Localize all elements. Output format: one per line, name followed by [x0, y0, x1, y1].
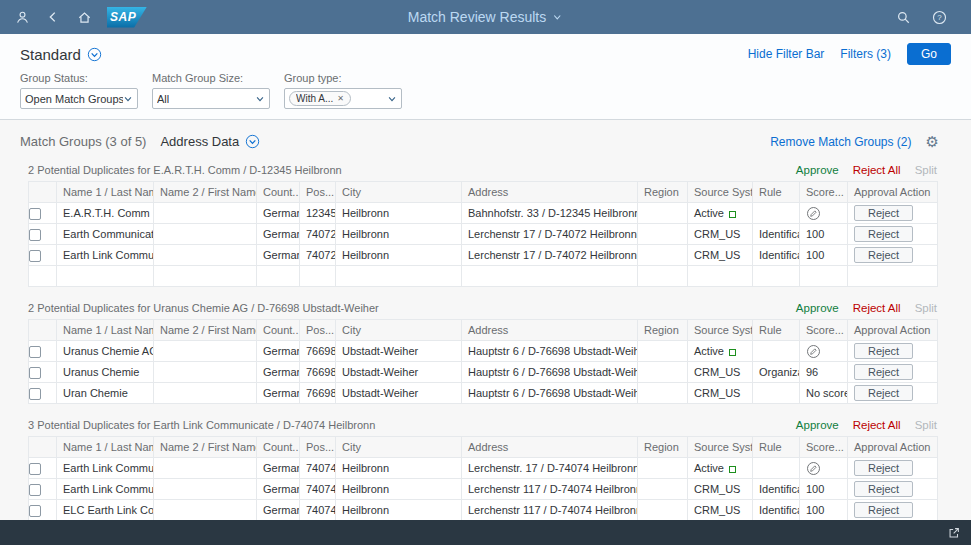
empty-cell	[154, 266, 257, 287]
filter-label: Match Group Size:	[152, 72, 270, 84]
score-edit-icon	[806, 344, 821, 359]
row-checkbox[interactable]	[29, 250, 41, 262]
home-icon[interactable]	[76, 9, 92, 25]
filters-link[interactable]: Filters (3)	[840, 47, 891, 61]
reject-all-link[interactable]: Reject All	[853, 419, 901, 431]
chevron-down-icon	[387, 94, 397, 104]
column-header: Name 2 / First Name	[154, 320, 257, 341]
reject-all-link[interactable]: Reject All	[853, 164, 901, 176]
sap-logo[interactable]: SAP	[107, 7, 147, 28]
column-header: Address	[462, 182, 638, 203]
empty-row	[29, 266, 938, 287]
column-header: Address	[462, 320, 638, 341]
approve-link[interactable]: Approve	[796, 302, 839, 314]
row-checkbox[interactable]	[29, 208, 41, 220]
cell-name2	[154, 224, 257, 245]
reject-button[interactable]: Reject	[854, 205, 913, 221]
column-header: Score...	[800, 320, 848, 341]
page-title: Match Review Results	[408, 9, 547, 25]
row-checkbox[interactable]	[29, 229, 41, 241]
row-checkbox[interactable]	[29, 484, 41, 496]
reject-all-link[interactable]: Reject All	[853, 302, 901, 314]
cell-source-system: CRM_US	[688, 500, 753, 521]
cell-name1: Earth Link Communicate	[57, 458, 154, 479]
reject-button[interactable]: Reject	[854, 226, 913, 242]
reject-button[interactable]: Reject	[854, 502, 913, 518]
match-review-app: SAP Match Review Results ? Standard	[0, 0, 971, 545]
row-checkbox[interactable]	[29, 505, 41, 517]
cell-country: Germany	[257, 224, 300, 245]
cell-name1: Uranus Chemie AG	[57, 341, 154, 362]
table-row: E.A.R.T.H. CommGermany12345HeilbronnBahn…	[29, 203, 938, 224]
cell-source-system: Active	[688, 203, 753, 224]
row-checkbox[interactable]	[29, 346, 41, 358]
column-header: Address	[462, 437, 638, 458]
cell-source-system: CRM_US	[688, 245, 753, 266]
reject-button[interactable]: Reject	[854, 364, 913, 380]
token-remove-icon[interactable]: ✕	[337, 94, 344, 103]
column-header: Pos...	[300, 320, 336, 341]
chevron-down-circle-icon	[87, 47, 102, 62]
reject-button[interactable]: Reject	[854, 247, 913, 263]
row-checkbox[interactable]	[29, 367, 41, 379]
settings-gear-icon[interactable]: ⚙	[926, 134, 939, 149]
cell-city: Heilbronn	[336, 458, 462, 479]
footer-bar	[0, 520, 971, 545]
cell-country: Germany	[257, 458, 300, 479]
back-icon[interactable]	[45, 9, 61, 25]
page-title-menu[interactable]: Match Review Results	[408, 0, 564, 34]
reject-button[interactable]: Reject	[854, 343, 913, 359]
content-area: Match Groups (3 of 5) Address Data Remov…	[0, 120, 971, 542]
group-status-select[interactable]: Open Match Groups	[20, 88, 138, 109]
column-header: Source Syst...	[688, 320, 753, 341]
match-group-size-select[interactable]: All	[152, 88, 270, 109]
token-text: With A...	[296, 93, 333, 104]
duplicates-table: Name 1 / Last NameName 2 / First NameCou…	[28, 319, 938, 404]
approve-link[interactable]: Approve	[796, 419, 839, 431]
user-icon[interactable]	[14, 9, 30, 25]
empty-cell	[57, 266, 154, 287]
cell-rule: Identificat	[753, 500, 800, 521]
hide-filter-bar-link[interactable]: Hide Filter Bar	[748, 47, 825, 61]
cell-country: Germany	[257, 500, 300, 521]
select-cell	[29, 245, 57, 266]
group-type-select[interactable]: With A... ✕	[284, 88, 402, 109]
row-checkbox[interactable]	[29, 388, 41, 400]
select-column-header	[29, 437, 57, 458]
search-icon[interactable]	[895, 9, 911, 25]
cell-region	[638, 479, 688, 500]
match-group: 2 Potential Duplicates for E.A.R.T.H. Co…	[28, 159, 937, 287]
view-selector[interactable]: Address Data	[160, 134, 260, 149]
reject-button[interactable]: Reject	[854, 460, 913, 476]
variant-selector[interactable]: Standard	[20, 46, 102, 63]
filter-field-match-group-size: Match Group Size: All	[152, 72, 270, 109]
column-header: Region	[638, 182, 688, 203]
cell-city: Ubstadt-Weiher	[336, 383, 462, 404]
cell-approval-action: Reject	[848, 362, 938, 383]
reject-button[interactable]: Reject	[854, 481, 913, 497]
go-button[interactable]: Go	[907, 43, 951, 65]
column-header: City	[336, 437, 462, 458]
open-in-new-window-icon[interactable]	[947, 526, 961, 540]
cell-rule: Identificat	[753, 245, 800, 266]
chevron-down-icon	[123, 94, 133, 104]
cell-region	[638, 458, 688, 479]
cell-address: Lerchenstr 117 / D-74074 Heilbronn	[462, 479, 638, 500]
approve-link[interactable]: Approve	[796, 164, 839, 176]
reject-button[interactable]: Reject	[854, 385, 913, 401]
row-checkbox[interactable]	[29, 463, 41, 475]
cell-approval-action: Reject	[848, 479, 938, 500]
column-header: Source Syst...	[688, 437, 753, 458]
variant-name: Standard	[20, 46, 81, 63]
split-link: Split	[915, 302, 937, 314]
filter-field-group-type: Group type: With A... ✕	[284, 72, 402, 109]
column-header: Rule	[753, 320, 800, 341]
cell-rule	[753, 458, 800, 479]
help-icon[interactable]: ?	[931, 9, 947, 25]
empty-cell	[753, 266, 800, 287]
table-header-row: Name 1 / Last NameName 2 / First NameCou…	[29, 320, 938, 341]
column-header: Name 2 / First Name	[154, 182, 257, 203]
group-header: 2 Potential Duplicates for Uranus Chemie…	[28, 297, 937, 319]
cell-name2	[154, 341, 257, 362]
remove-match-groups-link[interactable]: Remove Match Groups (2)	[770, 135, 911, 149]
